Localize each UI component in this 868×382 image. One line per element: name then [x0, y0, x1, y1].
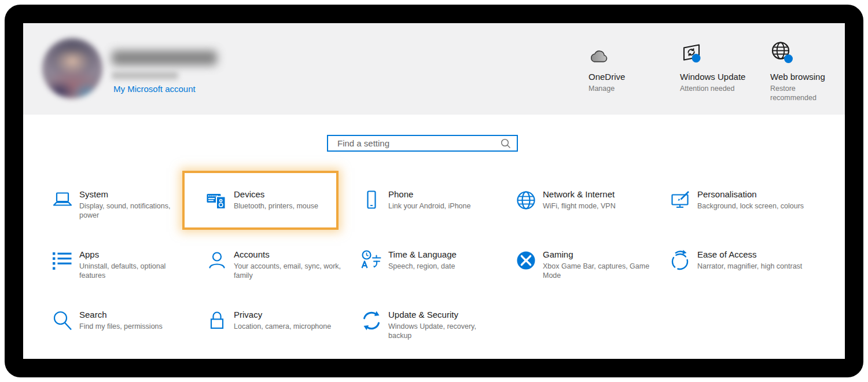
onedrive-subtitle: Manage [589, 84, 653, 93]
time-language-icon [360, 249, 383, 272]
quick-status-onedrive[interactable]: OneDrive Manage [589, 38, 670, 93]
quick-status-windows-update[interactable]: Windows Update Attention needed [680, 38, 761, 93]
ease-of-access-icon [669, 249, 692, 272]
web-browsing-title: Web browsing [770, 72, 845, 82]
tile-subtitle: Your accounts, email, sync, work, family [234, 262, 343, 280]
tile-accounts[interactable]: Accounts Your accounts, email, sync, wor… [198, 231, 352, 291]
tile-apps[interactable]: Apps Uninstall, defaults, optional featu… [43, 231, 198, 291]
tile-subtitle: Bluetooth, printers, mouse [234, 201, 318, 211]
system-icon [51, 189, 74, 212]
web-browsing-subtitle: Restore recommended [770, 84, 835, 102]
tile-phone[interactable]: Phone Link your Android, iPhone [352, 171, 507, 231]
tile-subtitle: Xbox Game Bar, captures, Game Mode [543, 262, 652, 280]
tile-devices[interactable]: Devices Bluetooth, printers, mouse [198, 171, 352, 231]
tile-subtitle: Windows Update, recovery, backup [388, 322, 497, 340]
tile-search[interactable]: Search Find my files, permissions [43, 291, 198, 351]
tile-title: Ease of Access [697, 249, 802, 260]
tile-title: Devices [234, 189, 318, 200]
windows-update-icon [680, 42, 703, 65]
find-a-setting-searchbox[interactable] [327, 135, 518, 152]
personalisation-icon [669, 189, 692, 212]
user-avatar [42, 38, 102, 98]
tile-subtitle: Display, sound, notifications, power [79, 201, 188, 220]
category-grid: System Display, sound, notifications, po… [43, 171, 819, 351]
onedrive-title: OneDrive [589, 72, 670, 82]
tile-title: Time & Language [388, 249, 457, 260]
tile-personalisation[interactable]: Personalisation Background, lock screen,… [661, 171, 816, 231]
tile-title: Update & Security [388, 309, 497, 321]
user-name-redacted [112, 50, 217, 65]
tile-title: Gaming [543, 249, 652, 260]
tile-title: Network & Internet [543, 189, 616, 200]
tile-subtitle: Narrator, magnifier, high contrast [697, 262, 802, 271]
tile-title: System [79, 189, 188, 200]
settings-header: My Microsoft account OneDrive Manage [23, 23, 845, 115]
network-globe-icon [514, 189, 538, 212]
tile-gaming[interactable]: Gaming Xbox Game Bar, captures, Game Mod… [507, 231, 661, 291]
tile-title: Phone [388, 189, 470, 200]
quick-status-web-browsing[interactable]: Web browsing Restore recommended [770, 38, 845, 102]
lock-icon [205, 309, 229, 332]
tile-title: Personalisation [697, 189, 804, 200]
user-email-redacted [112, 72, 178, 79]
sync-arrows-icon [360, 309, 383, 332]
tile-update-security[interactable]: Update & Security Windows Update, recove… [352, 291, 507, 351]
tile-subtitle: Location, camera, microphone [234, 322, 331, 331]
phone-icon [360, 189, 383, 212]
tile-title: Accounts [234, 249, 343, 260]
tile-subtitle: Background, lock screen, colours [697, 201, 804, 211]
tile-privacy[interactable]: Privacy Location, camera, microphone [198, 291, 352, 351]
settings-window: My Microsoft account OneDrive Manage [23, 23, 845, 359]
tile-title: Privacy [234, 309, 331, 321]
tile-subtitle: WiFi, flight mode, VPN [543, 201, 616, 211]
windows-update-subtitle: Attention needed [680, 84, 745, 93]
microsoft-account-link[interactable]: My Microsoft account [113, 84, 196, 94]
magnifier-icon [51, 309, 74, 332]
tile-ease-of-access[interactable]: Ease of Access Narrator, magnifier, high… [661, 231, 816, 291]
tile-network-internet[interactable]: Network & Internet WiFi, flight mode, VP… [507, 171, 661, 231]
person-icon [205, 249, 229, 272]
tile-subtitle: Uninstall, defaults, optional features [79, 262, 188, 280]
search-input[interactable] [328, 138, 501, 148]
tile-title: Search [79, 309, 163, 321]
tile-time-language[interactable]: Time & Language Speech, region, date [352, 231, 507, 291]
tile-title: Apps [79, 249, 188, 260]
apps-icon [51, 249, 74, 272]
tile-subtitle: Find my files, permissions [79, 322, 163, 331]
globe-badge-icon [770, 41, 795, 65]
tile-system[interactable]: System Display, sound, notifications, po… [43, 171, 198, 231]
tile-subtitle: Link your Android, iPhone [388, 201, 470, 211]
xbox-icon [514, 249, 538, 272]
cloud-icon [589, 49, 610, 65]
tile-subtitle: Speech, region, date [388, 262, 457, 271]
windows-update-title: Windows Update [680, 72, 761, 82]
devices-icon [205, 189, 229, 212]
search-icon [501, 138, 511, 149]
